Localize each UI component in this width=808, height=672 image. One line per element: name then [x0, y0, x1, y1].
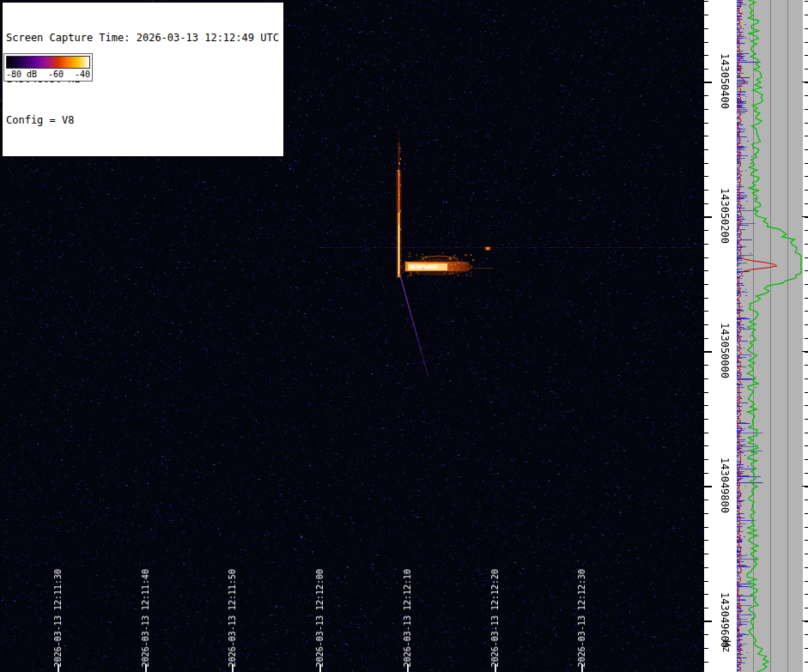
- freq-axis-label: 143050000: [719, 323, 731, 378]
- freq-axis-unit: Hz: [720, 640, 732, 652]
- time-axis-label: 2026-03-13 12:11:30: [53, 569, 64, 667]
- time-axis-label: 2026-03-13 12:12:30: [577, 569, 587, 667]
- time-axis-label: 2026-03-13 12:11:50: [228, 569, 238, 667]
- time-axis-label: 2026-03-13 12:12:00: [315, 569, 325, 667]
- colorbar-label-min: -80 dB: [6, 70, 37, 79]
- colorbar-legend: -80 dB -60 -40: [3, 53, 93, 82]
- freq-axis-label: 143050400: [719, 53, 731, 109]
- colorbar-gradient: [6, 56, 90, 69]
- capture-config-text: Config = V8: [6, 113, 279, 127]
- colorbar-label-mid: -60: [48, 70, 64, 79]
- time-axis-label: 2026-03-13 12:12:20: [490, 569, 501, 667]
- spectrogram-screen: Screen Capture Time: 2026-03-13 12:12:49…: [0, 0, 808, 672]
- capture-time-text: Screen Capture Time: 2026-03-13 12:12:49…: [6, 31, 279, 45]
- freq-axis-label: 143050200: [719, 188, 731, 244]
- freq-axis-label: 143049800: [719, 457, 731, 513]
- time-axis-label: 2026-03-13 12:12:10: [403, 569, 413, 667]
- colorbar-labels: -80 dB -60 -40: [6, 69, 90, 79]
- colorbar-label-max: -40: [75, 70, 90, 79]
- time-axis-label: 2026-03-13 12:11:40: [141, 569, 151, 667]
